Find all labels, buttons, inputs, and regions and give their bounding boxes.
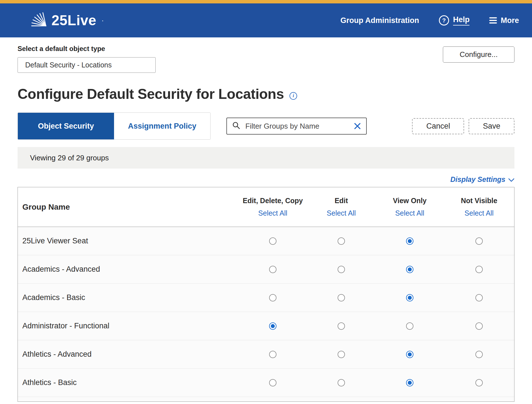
radio-cell-view-only — [376, 266, 444, 273]
radio-cell-not-visible — [444, 237, 514, 245]
object-type-section: Select a default object type Default Sec… — [18, 37, 514, 73]
radio-cell-edit — [307, 266, 376, 273]
radio-view-only[interactable] — [406, 237, 413, 245]
display-settings-row: Display Settings — [18, 175, 514, 184]
radio-cell-view-only — [376, 294, 444, 301]
radio-edit[interactable] — [338, 351, 345, 358]
tab-group: Object Security Assignment Policy — [18, 112, 211, 140]
configure-button[interactable]: Configure... — [443, 46, 514, 63]
column-label: View Only — [393, 197, 426, 205]
column-header-not-visible: Not VisibleSelect All — [444, 197, 514, 217]
radio-edit[interactable] — [338, 294, 345, 301]
radio-view-only[interactable] — [406, 351, 413, 358]
radio-cell-edit — [307, 351, 376, 358]
display-settings-link[interactable]: Display Settings — [451, 175, 506, 184]
radio-edit[interactable] — [338, 237, 345, 245]
radio-cell-edit-delete-copy — [239, 266, 307, 273]
search-icon — [232, 121, 241, 131]
select-all-link-not-visible[interactable]: Select All — [465, 209, 494, 217]
table-header: Group Name Edit, Delete, CopySelect AllE… — [18, 187, 514, 227]
tab-assignment-policy[interactable]: Assignment Policy — [114, 113, 210, 139]
radio-cell-view-only — [376, 237, 444, 245]
radio-edit-delete-copy[interactable] — [269, 266, 276, 273]
radio-view-only[interactable] — [406, 266, 413, 273]
radio-view-only[interactable] — [406, 379, 413, 386]
object-type-select[interactable]: Default Security - Locations — [18, 57, 156, 73]
radio-not-visible[interactable] — [475, 294, 483, 301]
radio-not-visible[interactable] — [475, 379, 483, 386]
radio-edit[interactable] — [338, 379, 345, 386]
select-all-link-edit-delete-copy[interactable]: Select All — [258, 209, 288, 217]
column-header-edit: EditSelect All — [307, 197, 376, 217]
radio-edit[interactable] — [338, 322, 345, 330]
clear-search-icon[interactable] — [354, 122, 361, 130]
radio-cell-view-only — [376, 322, 444, 330]
radio-cell-edit — [307, 237, 376, 245]
radio-cell-edit-delete-copy — [239, 294, 307, 301]
radio-cell-not-visible — [444, 351, 514, 358]
help-menu[interactable]: ? Help — [439, 15, 470, 25]
main-content: Select a default object type Default Sec… — [0, 37, 532, 402]
radio-cell-not-visible — [444, 322, 514, 330]
group-name: Administrator - Functional — [18, 322, 239, 330]
radio-not-visible[interactable] — [475, 266, 483, 273]
cancel-button[interactable]: Cancel — [412, 118, 464, 134]
info-icon[interactable]: i — [289, 92, 297, 100]
group-name: Academics - Basic — [18, 293, 239, 302]
brand-logo[interactable]: 25Live· — [31, 12, 104, 29]
radio-not-visible[interactable] — [475, 237, 483, 245]
tab-object-security[interactable]: Object Security — [18, 113, 114, 139]
group-name-header: Group Name — [18, 203, 239, 212]
chevron-down-icon[interactable] — [508, 178, 514, 182]
radio-edit-delete-copy[interactable] — [269, 351, 276, 358]
radio-cell-edit-delete-copy — [239, 351, 307, 358]
radio-view-only[interactable] — [406, 322, 413, 330]
radio-edit-delete-copy[interactable] — [269, 379, 276, 386]
radio-not-visible[interactable] — [475, 322, 483, 330]
title-row: Configure Default Security for Locations… — [18, 86, 514, 102]
group-name: 25Live Viewer Seat — [18, 237, 239, 245]
more-menu[interactable]: More — [489, 16, 519, 25]
group-name: Athletics - Basic — [18, 378, 239, 387]
table-body: 25Live Viewer SeatAcademics - AdvancedAc… — [18, 227, 514, 401]
column-header-view-only: View OnlySelect All — [376, 197, 444, 217]
column-label: Not Visible — [461, 197, 497, 205]
save-button[interactable]: Save — [469, 118, 514, 134]
radio-view-only[interactable] — [406, 294, 413, 301]
column-header-edit-delete-copy: Edit, Delete, CopySelect All — [239, 197, 307, 217]
search-input[interactable] — [245, 122, 349, 131]
radio-edit-delete-copy[interactable] — [269, 237, 276, 245]
radio-cell-view-only — [376, 379, 444, 386]
select-all-link-edit[interactable]: Select All — [327, 209, 356, 217]
select-all-link-view-only[interactable]: Select All — [395, 209, 424, 217]
help-label: Help — [453, 15, 470, 25]
radio-cell-edit-delete-copy — [239, 379, 307, 386]
nav-group-administration[interactable]: Group Administration — [340, 16, 419, 25]
table-row: Academics - Basic — [18, 284, 514, 312]
radio-cell-edit — [307, 379, 376, 386]
table-row: Athletics - Basic — [18, 369, 514, 397]
action-buttons: Cancel Save — [412, 118, 514, 134]
column-label: Edit — [334, 197, 348, 205]
viewing-status-bar: Viewing 29 of 29 groups — [18, 147, 514, 169]
column-label: Edit, Delete, Copy — [243, 197, 303, 205]
table-row: 25Live Viewer Seat — [18, 227, 514, 255]
viewing-count-text: Viewing 29 of 29 groups — [30, 154, 109, 162]
radio-not-visible[interactable] — [475, 351, 483, 358]
radio-cell-view-only — [376, 351, 444, 358]
group-name: Academics - Advanced — [18, 265, 239, 274]
radio-edit-delete-copy[interactable] — [269, 322, 276, 330]
hamburger-icon — [489, 17, 497, 24]
radio-edit[interactable] — [338, 266, 345, 273]
radio-cell-not-visible — [444, 379, 514, 386]
brand-name: 25Live — [52, 12, 96, 29]
radio-cell-edit-delete-copy — [239, 322, 307, 330]
table-row: Athletics - Advanced — [18, 340, 514, 369]
radio-edit-delete-copy[interactable] — [269, 294, 276, 301]
filter-groups-search — [226, 118, 367, 135]
more-label: More — [501, 16, 519, 25]
accent-top-bar — [0, 0, 532, 3]
app-header: 25Live· Group Administration ? Help More — [0, 3, 532, 37]
controls-row: Object Security Assignment Policy Cancel… — [18, 112, 514, 140]
security-table: Group Name Edit, Delete, CopySelect AllE… — [18, 187, 514, 402]
